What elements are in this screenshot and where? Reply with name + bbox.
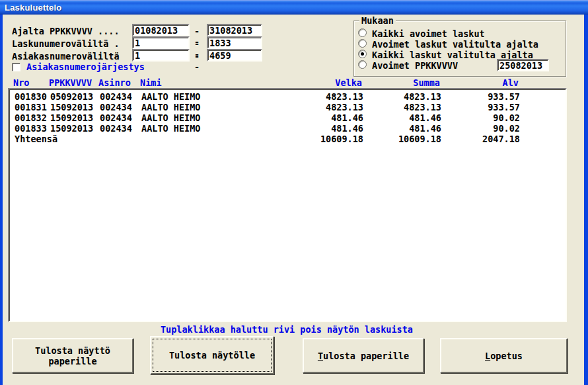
- total-label: Yhteensä: [15, 134, 227, 144]
- invoice-row[interactable]: 001831 15092013 002434 AALTO HEIMO 4823.…: [9, 102, 566, 112]
- cell-summa: 4823.13: [363, 102, 441, 112]
- cell-nro: 001830: [15, 91, 50, 102]
- accel-letter: T: [318, 351, 323, 361]
- accel-letter: L: [485, 351, 490, 361]
- invoice-from-input[interactable]: [132, 36, 190, 49]
- cell-alv: 933.57: [441, 102, 520, 112]
- invoice-row[interactable]: 001830 05092013 002434 AALTO HEIMO 4823.…: [9, 91, 566, 102]
- cell-summa: 481.46: [363, 112, 441, 123]
- cell-velka: 481.46: [227, 123, 363, 134]
- radio-label: Kaikki avoimet laskut: [372, 28, 485, 39]
- radio-icon[interactable]: [358, 60, 367, 69]
- header-nimi: Nimi: [140, 78, 226, 88]
- cell-pvm: 15092013: [50, 123, 100, 134]
- total-velka: 10609.18: [227, 134, 363, 144]
- total-alv: 2047.18: [441, 134, 520, 144]
- radio-icon-selected[interactable]: [358, 50, 367, 58]
- cell-asinro: 002434: [100, 91, 141, 102]
- cell-nimi: AALTO HEIMO: [141, 123, 227, 134]
- header-alv: Alv: [440, 78, 519, 88]
- mukaan-groupbox-title: Mukaan: [359, 15, 396, 26]
- invoice-row[interactable]: 001833 15092013 002434 AALTO HEIMO 481.4…: [9, 123, 566, 134]
- cell-nimi: AALTO HEIMO: [141, 91, 227, 102]
- date-to-input[interactable]: [207, 24, 262, 36]
- radio-icon[interactable]: [358, 39, 367, 48]
- cell-alv: 90.02: [441, 123, 520, 134]
- header-nro: Nro: [13, 78, 49, 88]
- print-to-screen-button[interactable]: Tulosta näytölle: [150, 336, 274, 374]
- customer-order-checkbox[interactable]: [12, 63, 20, 71]
- cell-asinro: 002434: [100, 102, 141, 112]
- invoice-to-input[interactable]: [207, 36, 262, 49]
- customer-from-input[interactable]: [132, 49, 190, 62]
- total-row: Yhteensä 10609.18 10609.18 2047.18: [9, 134, 566, 144]
- quit-button[interactable]: Lopetus: [440, 338, 568, 373]
- cell-pvm: 15092013: [50, 102, 100, 112]
- date-range-label: Ajalta PPKKVVVV ....: [12, 26, 120, 36]
- cell-pvm: 15092013: [50, 112, 100, 123]
- cell-nro: 001833: [15, 123, 50, 134]
- label-rest: ulosta paperille: [323, 351, 409, 361]
- header-asinro: Asinro: [98, 78, 140, 88]
- range-separator: --: [194, 51, 200, 72]
- cell-pvm: 05092013: [50, 91, 100, 102]
- button-label: Tulosta näytölle: [169, 350, 255, 361]
- header-velka: Velka: [226, 78, 362, 88]
- cell-asinro: 002434: [100, 123, 141, 134]
- title-bar[interactable]: Laskuluettelo: [0, 0, 588, 15]
- mukaan-groupbox: Mukaan Kaikki avoimet laskut Avoimet las…: [353, 21, 566, 77]
- header-summa: Summa: [362, 78, 440, 88]
- cell-alv: 90.02: [441, 112, 520, 123]
- cell-velka: 4823.13: [227, 91, 363, 102]
- cell-nro: 001831: [15, 102, 50, 112]
- customer-to-input[interactable]: [207, 49, 262, 62]
- radio-label: Avoimet laskut valitulta ajalta: [372, 39, 538, 50]
- cell-summa: 4823.13: [363, 91, 441, 102]
- invoice-list-header: Nro PPKKVVVV Asinro Nimi Velka Summa Alv: [8, 78, 567, 88]
- invoice-listbox[interactable]: 001830 05092013 002434 AALTO HEIMO 4823.…: [8, 88, 567, 322]
- button-label: Lopetus: [485, 351, 523, 361]
- cell-summa: 481.46: [363, 123, 441, 134]
- window-border-right: [584, 15, 588, 385]
- double-click-hint: Tuplaklikkaa haluttu rivi pois näytön la…: [0, 324, 573, 335]
- invoice-number-range-label: Laskunumeroväliltä .: [12, 38, 120, 49]
- open-per-date-input[interactable]: [497, 59, 549, 71]
- cell-asinro: 002434: [100, 112, 141, 123]
- cell-alv: 933.57: [441, 91, 520, 102]
- radio-icon[interactable]: [358, 28, 367, 37]
- cell-velka: 481.46: [227, 112, 363, 123]
- cell-nimi: AALTO HEIMO: [141, 112, 227, 123]
- customer-order-checkbox-label: Asiakasnumerojärjestys: [26, 62, 145, 72]
- button-label: Tulosta paperille: [318, 351, 409, 361]
- cell-velka: 4823.13: [227, 102, 363, 112]
- header-ppkkvvvv: PPKKVVVV: [49, 78, 98, 88]
- customer-number-range-label: Asiakasnumeroväliltä: [12, 51, 120, 62]
- print-to-paper-button[interactable]: Tulosta paperille: [303, 338, 424, 373]
- button-label-line2: paperille: [48, 356, 96, 366]
- window-title: Laskuluettelo: [5, 3, 61, 13]
- total-summa: 10609.18: [363, 134, 441, 144]
- radio-label: Avoimet PPKKVVVV: [372, 60, 458, 71]
- laskuluettelo-window: Laskuluettelo Ajalta PPKKVVVV .... -- La…: [0, 0, 588, 385]
- print-screen-to-paper-button[interactable]: Tulosta näyttö paperille: [12, 338, 133, 373]
- cell-nimi: AALTO HEIMO: [141, 102, 227, 112]
- date-from-input[interactable]: [132, 24, 190, 36]
- label-rest: opetus: [490, 351, 523, 361]
- invoice-row[interactable]: 001832 15092013 002434 AALTO HEIMO 481.4…: [9, 112, 566, 123]
- cell-nro: 001832: [15, 112, 50, 123]
- button-label-line1: Tulosta näyttö: [35, 345, 110, 356]
